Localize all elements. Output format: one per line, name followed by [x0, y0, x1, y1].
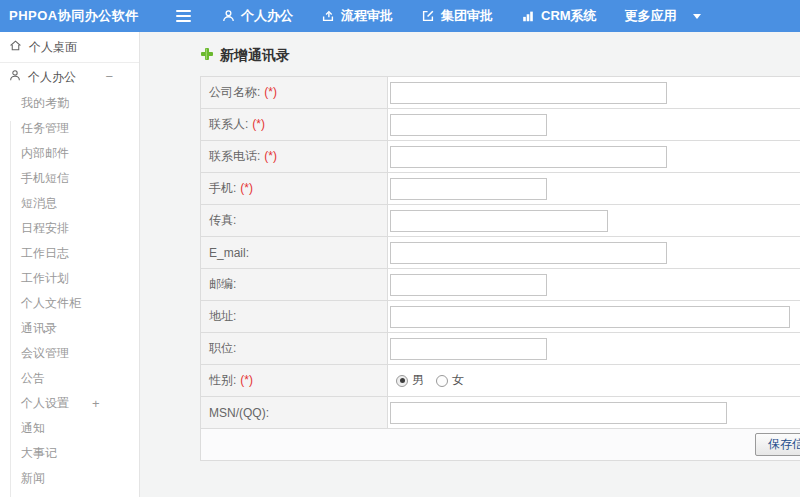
table-row: 联系电话:(*) — [201, 141, 800, 173]
sidebar-submenu: 我的考勤 任务管理 内部邮件 手机短信 短消息 日程安排 工作日志 工作计划 个… — [0, 91, 139, 491]
expand-plus-icon[interactable]: + — [92, 391, 100, 416]
form-submit-row: 保存信息 — [201, 429, 800, 461]
sidebar-item-schedule[interactable]: 日程安排 — [0, 216, 139, 241]
person-icon — [9, 69, 21, 85]
mobile-input[interactable] — [390, 178, 547, 200]
gender-radio-male[interactable]: 男 — [396, 372, 424, 389]
sidebar-item-personal-settings[interactable]: 个人设置 + — [0, 391, 139, 416]
sidebar-item-news[interactable]: 新闻 — [0, 466, 139, 491]
sidebar-item-attendance[interactable]: 我的考勤 — [0, 91, 139, 116]
bar-chart-icon — [521, 9, 535, 23]
gender-radio-female[interactable]: 女 — [436, 372, 464, 389]
form-label-cell: 传真: — [201, 205, 388, 237]
save-button[interactable]: 保存信息 — [755, 433, 800, 456]
collapse-minus-icon[interactable]: − — [105, 63, 113, 91]
form-label-cell: 联系人:(*) — [201, 109, 388, 141]
table-row: MSN/(QQ): — [201, 397, 800, 429]
required-mark: (*) — [240, 373, 253, 387]
msn-qq-input[interactable] — [390, 402, 727, 424]
topmenu-label: 流程审批 — [341, 7, 393, 25]
top-menu: 个人办公 流程审批 集团审批 CRM系统 更多应用 — [208, 0, 715, 32]
email-input[interactable] — [390, 242, 667, 264]
contact-person-input[interactable] — [390, 114, 547, 136]
page-title-text: 新增通讯录 — [220, 47, 290, 65]
sidebar-item-short-message[interactable]: 短消息 — [0, 191, 139, 216]
table-row: 地址: — [201, 301, 800, 333]
postcode-input[interactable] — [390, 274, 547, 296]
sidebar: 个人桌面 个人办公 − 我的考勤 任务管理 内部邮件 手机短信 短消息 日程安排… — [0, 32, 140, 497]
table-row: 邮编: — [201, 269, 800, 301]
required-mark: (*) — [264, 149, 277, 163]
contact-form-table: 公司名称:(*) 联系人:(*) 联系电话:(*) 手机:(*) 传真: E_m… — [200, 76, 800, 461]
sidebar-item-tasks[interactable]: 任务管理 — [0, 116, 139, 141]
sidebar-item-meetings[interactable]: 会议管理 — [0, 341, 139, 366]
app-window: PHPOA协同办公软件 个人办公 流程审批 集团审批 — [0, 0, 800, 497]
table-row: 职位: — [201, 333, 800, 365]
form-label-cell: 邮编: — [201, 269, 388, 301]
table-row: 性别:(*) 男 女 — [201, 365, 800, 397]
address-input[interactable] — [390, 306, 790, 328]
required-mark: (*) — [252, 117, 265, 131]
required-mark: (*) — [240, 181, 253, 195]
company-name-input[interactable] — [390, 82, 667, 104]
table-row: 手机:(*) — [201, 173, 800, 205]
sidebar-item-sms[interactable]: 手机短信 — [0, 166, 139, 191]
sidebar-item-notifications[interactable]: 通知 — [0, 416, 139, 441]
radio-icon — [396, 375, 408, 387]
position-input[interactable] — [390, 338, 547, 360]
table-row: 联系人:(*) — [201, 109, 800, 141]
sidebar-item-file-cabinet[interactable]: 个人文件柜 — [0, 291, 139, 316]
required-mark: (*) — [264, 85, 277, 99]
add-plus-icon — [200, 47, 214, 65]
home-icon — [9, 39, 22, 55]
topmenu-group-approval[interactable]: 集团审批 — [407, 0, 507, 32]
edit-square-icon — [421, 9, 435, 23]
form-label-cell: 手机:(*) — [201, 173, 388, 205]
form-label-cell: MSN/(QQ): — [201, 397, 388, 429]
sidebar-item-work-plan[interactable]: 工作计划 — [0, 266, 139, 291]
sidebar-item-internal-mail[interactable]: 内部邮件 — [0, 141, 139, 166]
topmenu-label: 更多应用 — [625, 7, 677, 25]
person-icon — [222, 9, 235, 23]
approval-flow-icon — [321, 9, 335, 23]
topmenu-label: 集团审批 — [441, 7, 493, 25]
radio-icon — [436, 375, 448, 387]
form-label-cell: 公司名称:(*) — [201, 77, 388, 109]
topmenu-label: CRM系统 — [541, 7, 597, 25]
topmenu-crm-system[interactable]: CRM系统 — [507, 0, 611, 32]
app-logo: PHPOA协同办公软件 — [0, 7, 140, 25]
phone-input[interactable] — [390, 146, 667, 168]
table-row: E_mail: — [201, 237, 800, 269]
topmenu-personal-office[interactable]: 个人办公 — [208, 0, 307, 32]
form-label-cell: 联系电话:(*) — [201, 141, 388, 173]
table-row: 公司名称:(*) — [201, 77, 800, 109]
page-title: 新增通讯录 — [200, 47, 800, 65]
table-row: 传真: — [201, 205, 800, 237]
topmenu-workflow-approval[interactable]: 流程审批 — [307, 0, 407, 32]
form-label-cell: E_mail: — [201, 237, 388, 269]
menu-collapse-button[interactable] — [176, 0, 196, 32]
top-navbar: PHPOA协同办公软件 个人办公 流程审批 集团审批 — [0, 0, 800, 32]
sidebar-group-label: 个人办公 — [28, 69, 76, 86]
sidebar-item-announcements[interactable]: 公告 — [0, 366, 139, 391]
form-label-cell: 职位: — [201, 333, 388, 365]
topmenu-label: 个人办公 — [241, 7, 293, 25]
sidebar-group-personal-office[interactable]: 个人办公 − — [0, 63, 139, 91]
sidebar-item-label: 个人桌面 — [29, 39, 77, 56]
topmenu-more-apps[interactable]: 更多应用 — [611, 0, 715, 32]
sidebar-item-contacts[interactable]: 通讯录 — [0, 316, 139, 341]
sidebar-item-desktop[interactable]: 个人桌面 — [0, 32, 139, 63]
sidebar-item-memorabilia[interactable]: 大事记 — [0, 441, 139, 466]
sidebar-item-work-log[interactable]: 工作日志 — [0, 241, 139, 266]
form-label-cell: 地址: — [201, 301, 388, 333]
caret-down-icon — [693, 14, 701, 19]
fax-input[interactable] — [390, 210, 608, 232]
main-content: 新增通讯录 公司名称:(*) 联系人:(*) 联系电话:(*) 手机:(*) 传… — [140, 32, 800, 497]
gender-radio-group: 男 女 — [390, 372, 800, 389]
form-label-cell: 性别:(*) — [201, 365, 388, 397]
